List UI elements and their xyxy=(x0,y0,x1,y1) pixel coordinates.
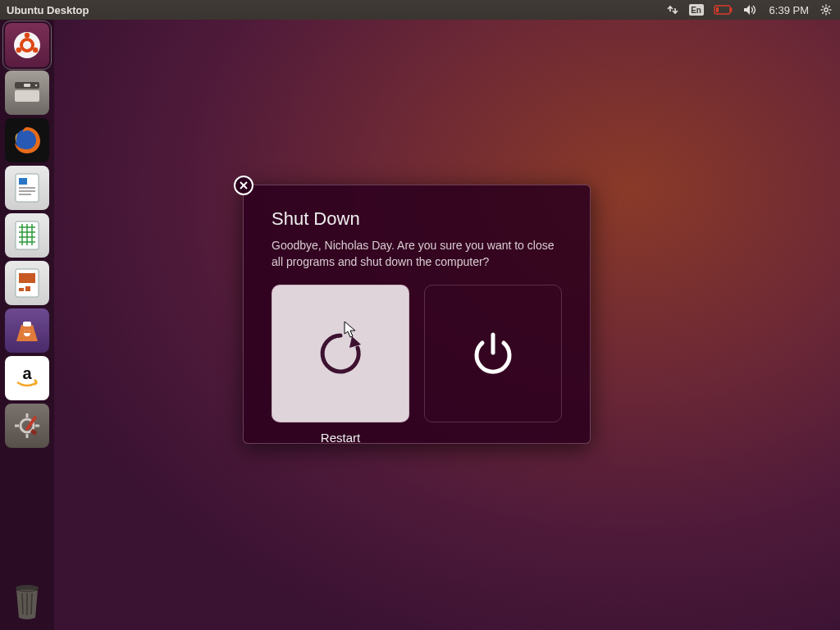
restart-label: Restart xyxy=(272,431,409,445)
svg-rect-1 xyxy=(730,8,732,12)
svg-point-20 xyxy=(35,84,37,86)
system-menu[interactable] xyxy=(815,0,837,20)
launcher-settings[interactable] xyxy=(5,404,49,448)
svg-point-15 xyxy=(16,48,21,52)
top-panel: Ubuntu Desktop En 6:39 PM xyxy=(0,0,840,20)
volume-icon xyxy=(743,4,758,16)
keyboard-indicator[interactable]: En xyxy=(684,0,709,20)
firefox-icon xyxy=(11,124,43,157)
launcher-dash[interactable] xyxy=(5,23,49,67)
dialog-message: Goodbye, Nicholas Day. Are you sure you … xyxy=(272,238,562,270)
launcher: a xyxy=(0,20,54,630)
launcher-software[interactable] xyxy=(5,308,49,353)
dialog-close-button[interactable] xyxy=(234,176,253,195)
ubuntu-logo-icon xyxy=(12,30,42,60)
sound-indicator[interactable] xyxy=(738,0,763,20)
clock[interactable]: 6:39 PM xyxy=(763,0,815,20)
close-icon xyxy=(239,180,249,190)
launcher-files[interactable] xyxy=(5,71,49,115)
file-manager-icon xyxy=(13,80,41,105)
svg-rect-47 xyxy=(25,416,38,431)
launcher-writer[interactable] xyxy=(5,166,49,210)
network-icon xyxy=(666,4,679,16)
amazon-icon: a xyxy=(12,366,42,390)
svg-line-11 xyxy=(822,12,824,14)
launcher-impress[interactable] xyxy=(5,261,49,305)
dialog-captions: Restart xyxy=(272,422,562,445)
writer-icon xyxy=(13,171,41,204)
launcher-amazon[interactable]: a xyxy=(5,356,49,400)
svg-line-9 xyxy=(829,12,830,14)
svg-rect-18 xyxy=(15,90,39,102)
svg-line-8 xyxy=(822,6,824,7)
restart-button[interactable] xyxy=(272,285,409,422)
shutdown-dialog: Shut Down Goodbye, Nicholas Day. Are you… xyxy=(243,185,591,444)
svg-point-16 xyxy=(33,48,38,52)
svg-rect-37 xyxy=(19,288,24,291)
trash-icon xyxy=(10,582,44,621)
shutdown-label xyxy=(424,431,562,445)
svg-point-14 xyxy=(25,33,30,38)
settings-icon xyxy=(13,412,41,440)
svg-line-10 xyxy=(829,6,830,7)
impress-icon xyxy=(13,267,41,299)
svg-rect-39 xyxy=(23,322,31,326)
shutdown-button[interactable] xyxy=(424,285,562,422)
svg-line-50 xyxy=(22,593,23,614)
network-indicator[interactable] xyxy=(661,0,684,20)
restart-icon xyxy=(315,328,366,379)
svg-point-12 xyxy=(14,32,40,58)
svg-rect-19 xyxy=(24,84,30,87)
svg-point-3 xyxy=(824,8,828,11)
svg-rect-23 xyxy=(19,178,27,185)
calc-icon xyxy=(13,219,41,252)
battery-icon xyxy=(714,5,733,15)
gear-icon xyxy=(820,4,832,16)
svg-text:a: a xyxy=(22,366,32,382)
svg-rect-36 xyxy=(19,273,35,283)
battery-indicator[interactable] xyxy=(709,0,738,20)
svg-rect-38 xyxy=(25,286,30,291)
launcher-trash[interactable] xyxy=(5,579,49,623)
dialog-choices xyxy=(272,285,562,422)
svg-line-52 xyxy=(31,593,32,614)
launcher-firefox[interactable] xyxy=(5,118,49,162)
software-center-icon xyxy=(13,318,41,343)
launcher-calc[interactable] xyxy=(5,213,49,258)
svg-point-13 xyxy=(21,39,33,51)
keyboard-lang-label: En xyxy=(689,4,704,16)
dialog-title: Shut Down xyxy=(272,208,562,230)
power-icon xyxy=(468,328,518,379)
svg-rect-2 xyxy=(716,7,719,12)
active-app-title: Ubuntu Desktop xyxy=(7,4,89,16)
